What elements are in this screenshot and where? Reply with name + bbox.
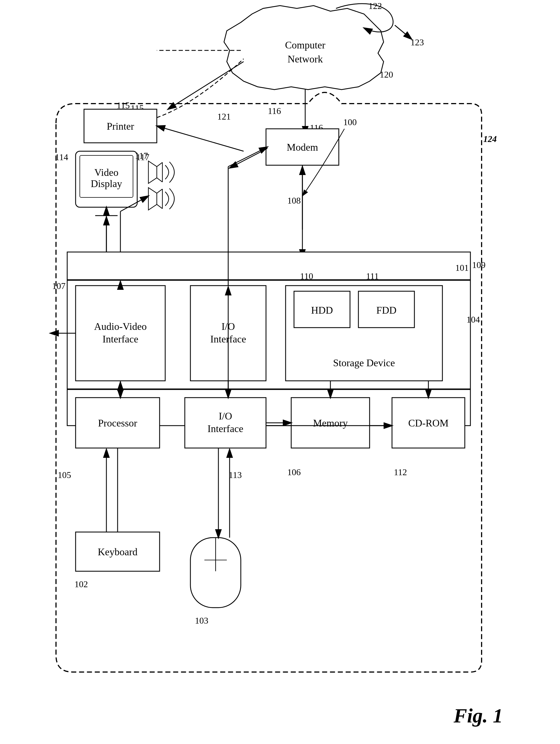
- svg-marker-7: [148, 161, 157, 183]
- audio-video-label2: Interface: [103, 334, 138, 345]
- ref-109: 109: [472, 260, 486, 270]
- ref-107: 107: [52, 281, 66, 291]
- ref-108: 108: [287, 195, 301, 206]
- ref-116b: 116: [268, 106, 281, 116]
- io-bottom-label2: Interface: [208, 423, 243, 434]
- ref-120: 120: [380, 69, 393, 79]
- memory-label: Memory: [313, 417, 348, 429]
- ref-114: 114: [55, 152, 68, 162]
- cdrom-label: CD-ROM: [408, 417, 449, 429]
- processor-label: Processor: [98, 417, 137, 429]
- ref-121: 121: [217, 111, 231, 121]
- io-interface-bottom-box: [185, 398, 266, 448]
- fig-label: Fig. 1: [453, 705, 503, 727]
- video-display-label2: Display: [91, 178, 122, 189]
- svg-line-14: [157, 204, 162, 209]
- ref-106: 106: [287, 467, 301, 477]
- hdd-label: HDD: [311, 305, 333, 316]
- audio-video-box: [76, 286, 165, 381]
- ref-113: 113: [229, 470, 242, 480]
- modem-label: Modem: [287, 142, 318, 153]
- computer-network-shape: Computer Network: [224, 6, 384, 89]
- speaker-icons: [148, 161, 175, 210]
- arrow-modem-to-printer: [157, 126, 244, 151]
- ref-104: 104: [466, 314, 480, 325]
- printer-label: Printer: [107, 121, 134, 132]
- io-bottom-label1: I/O: [219, 410, 232, 422]
- arrow-123: [395, 25, 412, 39]
- svg-line-12: [157, 189, 162, 193]
- ref-117b: 117: [135, 151, 148, 161]
- ref-115b: 115: [117, 100, 130, 110]
- ref-101: 101: [455, 263, 469, 273]
- ref-112: 112: [394, 467, 407, 477]
- svg-marker-11: [148, 188, 157, 210]
- fdd-label: FDD: [376, 305, 397, 316]
- ref-102: 102: [74, 579, 88, 589]
- keyboard-label: Keyboard: [98, 546, 138, 558]
- computer-network-label2: Network: [288, 53, 323, 65]
- ref-122: 122: [369, 1, 382, 11]
- mouse-shape: [190, 537, 241, 608]
- svg-line-10: [157, 178, 162, 182]
- arrow-io-to-modem: [228, 147, 267, 166]
- ref-123: 123: [410, 37, 424, 47]
- ref-105: 105: [58, 470, 71, 480]
- diagram: 124 Computer Network 120 122 123 115 116…: [0, 0, 560, 744]
- arrow-to-printer: [168, 62, 244, 109]
- svg-line-8: [157, 162, 162, 166]
- ref-103: 103: [195, 616, 208, 626]
- ref-111: 111: [366, 271, 379, 281]
- storage-label: Storage Device: [333, 357, 395, 369]
- audio-video-label1: Audio-Video: [94, 321, 147, 332]
- video-display-label1: Video: [95, 167, 118, 178]
- computer-network-label1: Computer: [285, 39, 325, 51]
- ref-124: 124: [483, 134, 497, 144]
- video-display-shape: Video Display: [76, 151, 137, 216]
- ref-110: 110: [300, 271, 313, 281]
- arrow-modem-to-io: [230, 148, 267, 168]
- ref-100: 100: [343, 117, 357, 127]
